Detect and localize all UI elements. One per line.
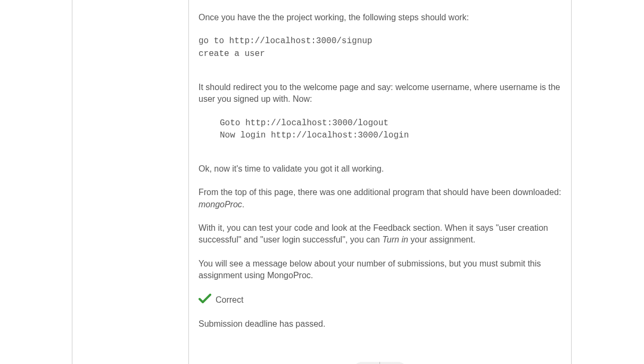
submission-note: You will see a message below about your … xyxy=(199,258,562,282)
download-text-pre: From the top of this page, there was one… xyxy=(199,188,561,197)
correct-label: Correct xyxy=(216,295,243,305)
redirect-text: It should redirect you to the welcome pa… xyxy=(199,82,562,106)
turn-in-label: Turn in xyxy=(382,235,408,244)
checkmark-icon xyxy=(199,294,211,306)
feedback-text-pre: With it, you can test your code and look… xyxy=(199,223,548,244)
nav-pill xyxy=(352,362,408,364)
validate-text: Ok, now it's time to validate you got it… xyxy=(199,163,562,175)
mongoproc-name: mongoProc xyxy=(199,200,242,209)
prev-button[interactable] xyxy=(352,362,380,364)
deadline-text: Submission deadline has passed. xyxy=(199,318,562,330)
download-text-post: . xyxy=(242,200,244,209)
download-text: From the top of this page, there was one… xyxy=(199,187,562,211)
intro-text: Once you have the the project working, t… xyxy=(199,0,562,23)
correct-status: Correct xyxy=(199,294,562,306)
content-area: Once you have the the project working, t… xyxy=(189,0,571,364)
page-container: Once you have the the project working, t… xyxy=(0,0,644,364)
code-block-signup: go to http://localhost:3000/signup creat… xyxy=(199,35,562,60)
nav-bottom xyxy=(199,362,562,364)
sidebar-divider xyxy=(72,0,72,364)
main-content-panel: Once you have the the project working, t… xyxy=(188,0,572,364)
feedback-text-post: your assignment. xyxy=(408,235,475,244)
code-block-logout-login: Goto http://localhost:3000/logout Now lo… xyxy=(199,117,562,142)
feedback-text: With it, you can test your code and look… xyxy=(199,222,562,246)
next-button[interactable] xyxy=(380,362,408,364)
